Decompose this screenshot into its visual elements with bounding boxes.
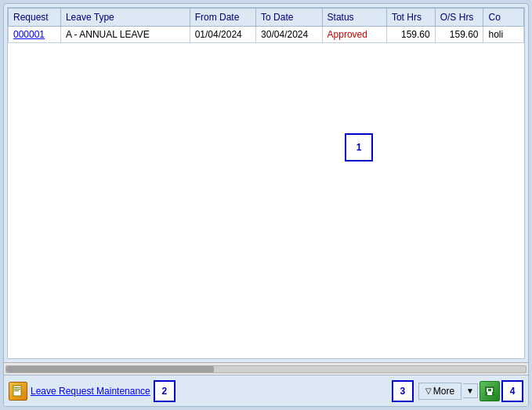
- cell-leavetype: A - ANNUAL LEAVE: [60, 27, 190, 43]
- svg-rect-2: [14, 389, 20, 390]
- cell-comments: holi: [483, 27, 524, 43]
- col-header-oshrs: O/S Hrs: [435, 9, 483, 27]
- main-container: Request Leave Type From Date To Date Sta…: [3, 3, 529, 407]
- numbered-box-3: 3: [392, 380, 414, 402]
- col-header-tothrs: Tot Hrs: [386, 9, 435, 27]
- numbered-box-2: 2: [154, 380, 176, 402]
- more-button[interactable]: ▽ More: [418, 383, 461, 400]
- cell-request[interactable]: 000001: [9, 27, 61, 43]
- cell-oshrs: 159.60: [435, 27, 483, 43]
- maintenance-link-button[interactable]: Leave Request Maintenance: [31, 386, 150, 397]
- footer-right: 3 ▽ More ▼ 4: [392, 380, 523, 402]
- chevron-down-icon: ▽: [425, 386, 432, 395]
- data-table: Request Leave Type From Date To Date Sta…: [8, 8, 524, 43]
- col-header-status: Status: [322, 9, 386, 27]
- footer-left: Leave Request Maintenance 2: [9, 380, 387, 402]
- svg-rect-6: [487, 392, 492, 395]
- cell-fromdate: 01/04/2024: [190, 27, 255, 43]
- horizontal-scrollbar[interactable]: [4, 362, 528, 375]
- col-header-comments: Co: [483, 9, 524, 27]
- more-dropdown-button[interactable]: ▼: [463, 383, 478, 398]
- dropdown-arrow-icon: ▼: [466, 386, 474, 395]
- col-header-leavetype: Leave Type: [60, 9, 190, 27]
- numbered-box-4: 4: [501, 380, 523, 402]
- scrollbar-thumb[interactable]: [6, 366, 214, 372]
- col-header-todate: To Date: [256, 9, 322, 27]
- green-action-button[interactable]: [480, 381, 500, 401]
- svg-rect-3: [14, 390, 19, 391]
- svg-rect-1: [14, 387, 20, 388]
- footer-bar: Leave Request Maintenance 2 3 ▽ More ▼: [4, 375, 528, 406]
- maintenance-icon-button[interactable]: [9, 382, 27, 401]
- cell-tothrs: 159.60: [386, 27, 435, 43]
- col-header-fromdate: From Date: [190, 9, 255, 27]
- table-area: Request Leave Type From Date To Date Sta…: [7, 7, 525, 359]
- page-icon: [12, 385, 24, 397]
- cell-todate: 30/04/2024: [256, 27, 322, 43]
- numbered-box-1: 1: [345, 133, 373, 161]
- scrollbar-track[interactable]: [5, 365, 527, 373]
- col-header-request: Request: [9, 9, 61, 27]
- save-icon: [483, 385, 496, 397]
- cell-status: Approved: [322, 27, 386, 43]
- svg-rect-7: [488, 389, 491, 391]
- table-row: 000001 A - ANNUAL LEAVE 01/04/2024 30/04…: [9, 27, 524, 43]
